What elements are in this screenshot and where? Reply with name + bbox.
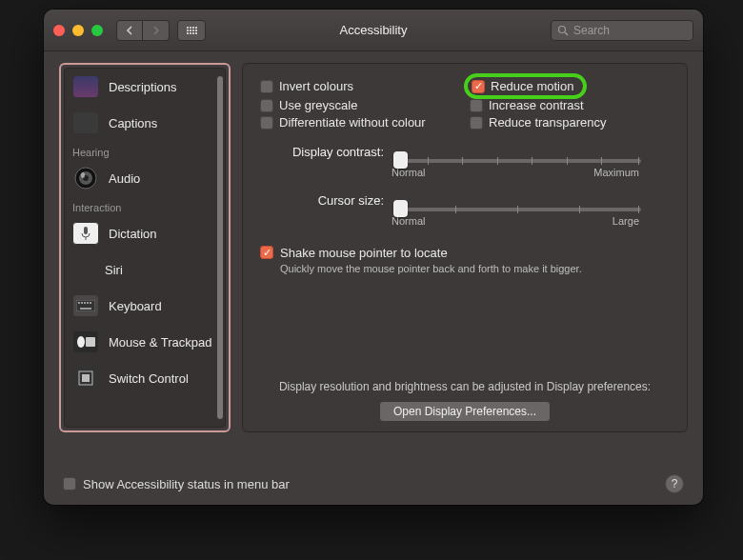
footer-text: Display resolution and brightness can be… xyxy=(243,380,687,393)
shake-pointer-row: Shake mouse pointer to locate Quickly mo… xyxy=(260,246,670,274)
checkbox-icon xyxy=(470,116,483,130)
search-placeholder: Search xyxy=(573,24,610,37)
checkbox-use-greyscale[interactable]: Use greyscale xyxy=(260,98,470,112)
slider-min-label: Normal xyxy=(392,167,425,178)
keyboard-icon xyxy=(72,294,99,317)
display-contrast-row: Display contrast: Normal Maximum xyxy=(260,145,670,178)
close-icon[interactable] xyxy=(53,25,65,36)
checkbox-shake-pointer[interactable] xyxy=(260,246,273,259)
checkbox-label: Shake mouse pointer to locate xyxy=(280,246,582,260)
nav-buttons xyxy=(116,20,170,41)
shake-subtext: Quickly move the mouse pointer back and … xyxy=(280,263,582,274)
search-icon xyxy=(557,25,569,36)
descriptions-icon xyxy=(72,75,99,98)
window-controls xyxy=(53,25,103,36)
checkbox-label: Show Accessibility status in menu bar xyxy=(83,477,290,491)
checkbox-reduce-transparency[interactable]: Reduce transparency xyxy=(470,115,670,130)
sidebar: Descriptions Captions Hearing Audio Inte… xyxy=(64,68,226,428)
svg-point-15 xyxy=(77,336,85,348)
sidebar-item-label: Keyboard xyxy=(109,299,162,313)
checkbox-icon xyxy=(260,80,273,93)
sidebar-highlight: Descriptions Captions Hearing Audio Inte… xyxy=(59,63,231,432)
help-button[interactable]: ? xyxy=(665,474,684,493)
svg-rect-14 xyxy=(80,308,91,310)
checkbox-increase-contrast[interactable]: Increase contrast xyxy=(470,98,670,112)
slider-max-label: Maximum xyxy=(593,167,639,178)
titlebar: Accessibility Search xyxy=(44,10,703,51)
checkbox-label: Invert colours xyxy=(279,79,353,93)
checkbox-icon xyxy=(260,116,273,130)
svg-rect-11 xyxy=(84,302,86,304)
sidebar-section-interaction: Interaction xyxy=(65,196,225,215)
cursor-size-slider[interactable] xyxy=(393,200,641,204)
svg-point-0 xyxy=(559,26,566,32)
sidebar-item-keyboard[interactable]: Keyboard xyxy=(65,288,225,324)
sidebar-item-siri[interactable]: Siri xyxy=(65,251,225,288)
cursor-size-row: Cursor size: Normal Large xyxy=(260,193,670,227)
checkbox-label: Use greyscale xyxy=(279,98,357,112)
svg-rect-10 xyxy=(81,302,83,304)
siri-icon xyxy=(72,258,95,281)
sidebar-item-switch-control[interactable]: Switch Control xyxy=(65,360,225,396)
svg-rect-6 xyxy=(84,227,88,234)
sidebar-item-label: Switch Control xyxy=(109,371,189,386)
mouse-trackpad-icon xyxy=(72,330,99,353)
sidebar-item-label: Captions xyxy=(109,116,157,130)
checkbox-icon xyxy=(260,99,273,112)
slider-max-label: Large xyxy=(612,215,639,227)
sidebar-item-mouse-trackpad[interactable]: Mouse & Trackpad xyxy=(65,324,225,360)
checkbox-show-status-menubar[interactable] xyxy=(63,477,76,490)
svg-point-5 xyxy=(81,172,85,178)
checkbox-grid: Invert colours Reduce motion Use greysca… xyxy=(260,77,670,130)
checkbox-label: Reduce transparency xyxy=(489,115,607,130)
main-footer: Display resolution and brightness can be… xyxy=(243,380,687,422)
sidebar-item-captions[interactable]: Captions xyxy=(65,105,225,141)
sidebar-section-hearing: Hearing xyxy=(65,141,225,160)
sidebar-item-dictation[interactable]: Dictation xyxy=(65,215,225,251)
sidebar-item-label: Mouse & Trackpad xyxy=(109,335,211,350)
slider-thumb[interactable] xyxy=(393,151,408,169)
checkbox-label: Differentiate without colour xyxy=(279,115,426,130)
sidebar-item-label: Siri xyxy=(105,263,123,277)
main-pane: Invert colours Reduce motion Use greysca… xyxy=(242,63,688,432)
svg-rect-18 xyxy=(82,374,90,382)
show-all-button[interactable] xyxy=(177,20,206,41)
captions-icon xyxy=(72,111,99,134)
content: Descriptions Captions Hearing Audio Inte… xyxy=(44,51,703,474)
checkbox-invert-colours[interactable]: Invert colours xyxy=(260,77,470,95)
window-bottom-row: Show Accessibility status in menu bar ? xyxy=(44,474,703,505)
search-input[interactable]: Search xyxy=(551,20,693,41)
reduce-motion-highlight: Reduce motion xyxy=(464,73,587,99)
checkbox-label: Reduce motion xyxy=(491,79,573,93)
svg-line-1 xyxy=(565,32,568,35)
accessibility-window: Accessibility Search Descriptions Captio… xyxy=(44,10,703,505)
checkbox-label: Increase contrast xyxy=(489,98,584,112)
dictation-icon xyxy=(72,222,99,245)
open-display-prefs-button[interactable]: Open Display Preferences... xyxy=(379,401,551,422)
svg-rect-13 xyxy=(90,302,91,304)
slider-label: Cursor size: xyxy=(260,193,384,208)
sidebar-item-label: Audio xyxy=(109,171,140,186)
checkbox-icon xyxy=(470,99,483,112)
checkbox-differentiate-colour[interactable]: Differentiate without colour xyxy=(260,115,470,130)
display-contrast-slider[interactable] xyxy=(393,151,641,155)
checkbox-reduce-motion[interactable]: Reduce motion xyxy=(472,79,573,93)
svg-rect-8 xyxy=(76,300,95,311)
slider-min-label: Normal xyxy=(392,215,425,227)
sidebar-item-label: Descriptions xyxy=(109,80,177,94)
svg-rect-16 xyxy=(86,337,95,347)
svg-rect-9 xyxy=(78,302,80,304)
checkbox-icon xyxy=(472,80,485,93)
back-button[interactable] xyxy=(116,20,143,41)
forward-button[interactable] xyxy=(143,20,170,41)
svg-rect-12 xyxy=(87,302,89,304)
sidebar-item-label: Dictation xyxy=(109,227,157,241)
zoom-icon[interactable] xyxy=(91,25,103,36)
audio-icon xyxy=(72,167,99,190)
slider-thumb[interactable] xyxy=(393,200,408,217)
grid-icon xyxy=(187,27,197,34)
sidebar-item-descriptions[interactable]: Descriptions xyxy=(65,69,225,105)
sidebar-scrollbar[interactable] xyxy=(217,76,223,419)
sidebar-item-audio[interactable]: Audio xyxy=(65,160,225,196)
minimize-icon[interactable] xyxy=(72,25,84,36)
